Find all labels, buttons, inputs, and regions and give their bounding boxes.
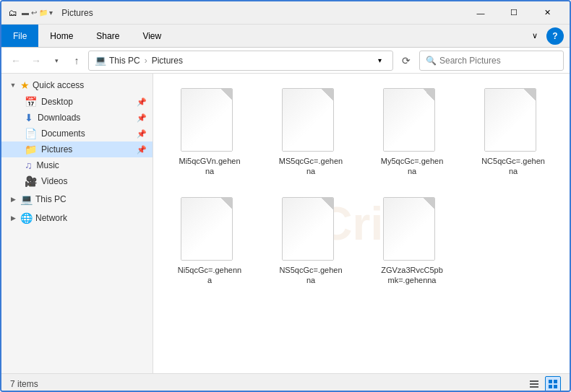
refresh-button[interactable]: ⟳: [396, 51, 416, 71]
breadcrumb-pictures[interactable]: Pictures: [152, 56, 183, 66]
back-button[interactable]: ←: [7, 52, 25, 69]
file-page-0: [181, 88, 233, 152]
forward-button[interactable]: →: [27, 52, 45, 69]
file-item-3[interactable]: NC5qcGc=.gehenna: [465, 82, 561, 183]
file-item-5[interactable]: NS5qcGc=.gehenna: [263, 191, 359, 292]
help-button[interactable]: ?: [546, 27, 564, 45]
sidebar-section-network: ▶ 🌐 Network: [1, 209, 153, 227]
sidebar-item-downloads[interactable]: ⬇ Downloads 📌: [1, 110, 153, 126]
svg-rect-1: [530, 383, 538, 385]
star-icon: ★: [20, 79, 30, 91]
music-icon: ♫: [25, 160, 33, 171]
status-bar: 7 items: [1, 373, 570, 392]
path-icon: 💻: [95, 55, 106, 66]
breadcrumb-sep-1: ›: [145, 56, 147, 66]
file-page-3: [484, 88, 536, 152]
sidebar-section-this-pc: ▶ 💻 This PC: [1, 191, 153, 208]
file-item-0[interactable]: Mi5qcGVn.gehenna: [162, 82, 257, 183]
downloads-icon: ⬇: [25, 112, 33, 123]
file-item-4[interactable]: Ni5qcGc=.gehenna: [162, 191, 257, 292]
pictures-icon: 📁: [25, 144, 37, 155]
sidebar-item-videos[interactable]: 🎥 Videos: [1, 173, 153, 189]
tab-home[interactable]: Home: [38, 25, 85, 47]
file-thumb-2: [383, 88, 441, 153]
network-icon: 🌐: [20, 212, 33, 224]
network-header[interactable]: ▶ 🌐 Network: [1, 209, 153, 227]
minimize-button[interactable]: —: [464, 1, 497, 25]
breadcrumb-this-pc[interactable]: This PC: [109, 56, 140, 66]
item-count: 7 items: [10, 379, 38, 389]
sidebar-item-music[interactable]: ♫ Music: [1, 157, 153, 173]
pin-icon-desktop: 📌: [137, 97, 147, 107]
ribbon-expand-button[interactable]: ∨: [526, 27, 544, 45]
desktop-label: Desktop: [41, 97, 73, 107]
file-thumb-1: [282, 88, 340, 153]
file-item-1[interactable]: MS5qcGc=.gehenna: [263, 82, 359, 183]
sidebar-item-documents[interactable]: 📄 Documents 📌: [1, 126, 153, 141]
file-name-6: ZGVza3RvcC5pbmk=.gehenna: [379, 265, 445, 286]
recent-locations-button[interactable]: ▾: [48, 52, 65, 69]
svg-rect-2: [530, 386, 538, 388]
sidebar-section-quick-access: ▼ ★ Quick access 📅 Desktop 📌 ⬇ Downloads…: [1, 77, 153, 189]
tab-file[interactable]: File: [1, 25, 38, 47]
tile-view-icon: [548, 379, 558, 389]
tab-view[interactable]: View: [131, 25, 173, 47]
expand-icon-this-pc: ▶: [7, 193, 19, 205]
quick-access-header[interactable]: ▼ ★ Quick access: [1, 77, 153, 94]
title-bar: 🗂 ▬ ↩ 📁 ▾ Pictures — ☐ ✕: [1, 1, 570, 25]
file-item-6[interactable]: ZGVza3RvcC5pbmk=.gehenna: [364, 191, 460, 292]
desktop-icon: 📅: [25, 96, 37, 108]
videos-label: Videos: [41, 176, 67, 186]
file-thumb-5: [282, 197, 340, 262]
pictures-label: Pictures: [41, 144, 72, 154]
window-icon: 🗂: [7, 7, 19, 19]
maximize-button[interactable]: ☐: [497, 1, 531, 25]
this-pc-icon: 💻: [20, 193, 33, 205]
address-bar: ← → ▾ ↑ 💻 This PC › Pictures ▾ ⟳ 🔍: [1, 48, 570, 74]
list-view-icon: [529, 379, 539, 389]
file-name-4: Ni5qcGc=.gehenna: [177, 265, 242, 286]
file-thumb-3: [484, 88, 542, 153]
search-input[interactable]: [439, 56, 557, 66]
expand-icon-quick-access: ▼: [7, 79, 19, 91]
file-name-1: MS5qcGc=.gehenna: [278, 156, 343, 177]
address-path[interactable]: 💻 This PC › Pictures ▾: [88, 51, 393, 71]
main-layout: ▼ ★ Quick access 📅 Desktop 📌 ⬇ Downloads…: [1, 74, 570, 373]
pin-icon-downloads: 📌: [137, 113, 147, 123]
file-item-2[interactable]: My5qcGc=.gehenna: [364, 82, 460, 183]
svg-rect-6: [554, 385, 557, 388]
music-label: Music: [37, 160, 59, 170]
file-page-4: [181, 197, 233, 261]
file-page-2: [383, 88, 435, 152]
sidebar-item-desktop[interactable]: 📅 Desktop 📌: [1, 94, 153, 110]
up-button[interactable]: ↑: [68, 52, 85, 69]
content-area: PCrisk Mi5qcGVn.gehenna MS5qcGc=.geh: [153, 74, 570, 373]
search-box[interactable]: 🔍: [419, 51, 564, 71]
sidebar-item-pictures[interactable]: 📁 Pictures 📌: [1, 141, 153, 157]
documents-icon: 📄: [25, 128, 37, 139]
file-name-0: Mi5qcGVn.gehenna: [177, 156, 242, 177]
this-pc-header[interactable]: ▶ 💻 This PC: [1, 191, 153, 208]
ribbon-right-controls: ∨ ?: [526, 25, 570, 47]
svg-rect-3: [549, 380, 552, 383]
documents-label: Documents: [41, 129, 85, 139]
tab-share[interactable]: Share: [85, 25, 131, 47]
file-grid: Mi5qcGVn.gehenna MS5qcGc=.gehenna: [162, 82, 561, 291]
file-page-1: [282, 88, 334, 152]
file-thumb-4: [181, 197, 239, 262]
close-button[interactable]: ✕: [531, 1, 564, 25]
window-title: Pictures: [61, 8, 464, 18]
list-view-button[interactable]: [526, 376, 542, 392]
svg-rect-0: [530, 380, 538, 382]
videos-icon: 🎥: [25, 175, 37, 187]
file-name-3: NC5qcGc=.gehenna: [481, 156, 546, 177]
this-pc-label: This PC: [35, 194, 66, 204]
file-thumb-0: [181, 88, 239, 153]
file-name-5: NS5qcGc=.gehenna: [278, 265, 343, 286]
quick-access-label: Quick access: [33, 80, 84, 90]
title-bar-icon: 🗂 ▬ ↩ 📁 ▾: [7, 7, 56, 19]
svg-rect-4: [554, 380, 557, 383]
tile-view-button[interactable]: [545, 376, 561, 392]
path-dropdown-button[interactable]: ▾: [372, 53, 387, 68]
ribbon-tabs: File Home Share View ∨ ?: [1, 25, 570, 48]
